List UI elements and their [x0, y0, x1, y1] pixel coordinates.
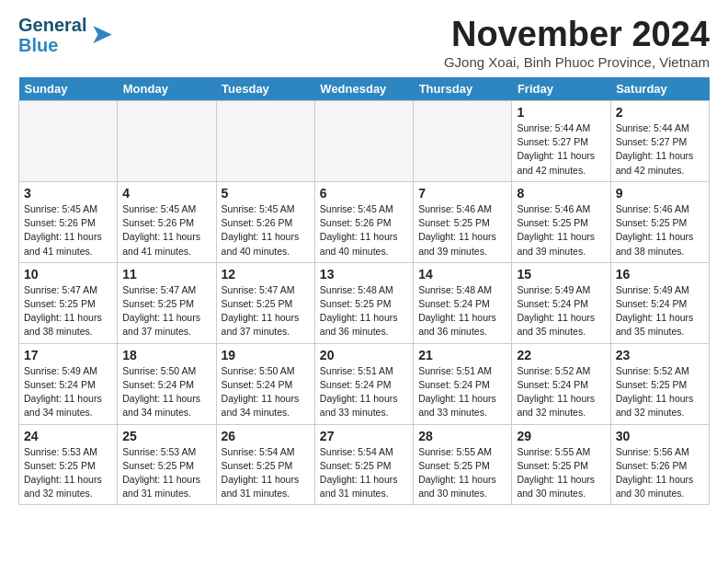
- day-info: Sunrise: 5:46 AM Sunset: 5:25 PM Dayligh…: [616, 202, 704, 259]
- day-number: 26: [222, 429, 310, 443]
- day-cell-7: 7Sunrise: 5:46 AM Sunset: 5:25 PM Daylig…: [414, 181, 512, 262]
- day-info: Sunrise: 5:48 AM Sunset: 5:25 PM Dayligh…: [320, 283, 408, 339]
- page: General Blue ➤ November 2024 GJong Xoai,…: [0, 0, 728, 520]
- day-info: Sunrise: 5:46 AM Sunset: 5:25 PM Dayligh…: [418, 202, 506, 259]
- day-info: Sunrise: 5:53 AM Sunset: 5:25 PM Dayligh…: [24, 445, 112, 501]
- day-cell-22: 22Sunrise: 5:52 AM Sunset: 5:24 PM Dayli…: [512, 343, 610, 424]
- day-info: Sunrise: 5:52 AM Sunset: 5:24 PM Dayligh…: [517, 364, 605, 420]
- day-cell-29: 29Sunrise: 5:55 AM Sunset: 5:25 PM Dayli…: [512, 424, 610, 505]
- week-row-3: 10Sunrise: 5:47 AM Sunset: 5:25 PM Dayli…: [19, 262, 710, 343]
- day-number: 3: [24, 186, 112, 201]
- day-cell-20: 20Sunrise: 5:51 AM Sunset: 5:24 PM Dayli…: [314, 343, 413, 424]
- week-row-2: 3Sunrise: 5:45 AM Sunset: 5:26 PM Daylig…: [19, 181, 710, 262]
- day-info: Sunrise: 5:45 AM Sunset: 5:26 PM Dayligh…: [222, 202, 310, 259]
- day-number: 16: [616, 267, 704, 282]
- day-info: Sunrise: 5:46 AM Sunset: 5:25 PM Dayligh…: [517, 202, 605, 259]
- day-number: 29: [517, 429, 605, 443]
- day-number: 15: [517, 267, 605, 282]
- day-info: Sunrise: 5:44 AM Sunset: 5:27 PM Dayligh…: [616, 121, 704, 178]
- calendar-table: SundayMondayTuesdayWednesdayThursdayFrid…: [18, 77, 710, 505]
- day-info: Sunrise: 5:45 AM Sunset: 5:26 PM Dayligh…: [320, 202, 408, 259]
- day-number: 6: [320, 186, 408, 201]
- day-cell-15: 15Sunrise: 5:49 AM Sunset: 5:24 PM Dayli…: [512, 262, 610, 343]
- day-info: Sunrise: 5:49 AM Sunset: 5:24 PM Dayligh…: [616, 283, 704, 339]
- day-number: 25: [122, 429, 210, 443]
- logo-line2: Blue: [18, 35, 86, 55]
- day-number: 17: [24, 348, 112, 362]
- day-number: 7: [418, 186, 506, 201]
- day-number: 23: [616, 348, 704, 362]
- day-number: 5: [222, 186, 310, 201]
- day-number: 13: [320, 267, 408, 282]
- day-info: Sunrise: 5:44 AM Sunset: 5:27 PM Dayligh…: [517, 121, 605, 178]
- day-info: Sunrise: 5:45 AM Sunset: 5:26 PM Dayligh…: [24, 202, 112, 259]
- col-header-thursday: Thursday: [414, 77, 512, 101]
- col-header-wednesday: Wednesday: [314, 77, 413, 101]
- col-header-saturday: Saturday: [610, 77, 709, 101]
- day-cell-14: 14Sunrise: 5:48 AM Sunset: 5:24 PM Dayli…: [414, 262, 512, 343]
- day-cell-10: 10Sunrise: 5:47 AM Sunset: 5:25 PM Dayli…: [19, 262, 118, 343]
- day-cell-27: 27Sunrise: 5:54 AM Sunset: 5:25 PM Dayli…: [314, 424, 413, 505]
- day-cell-12: 12Sunrise: 5:47 AM Sunset: 5:25 PM Dayli…: [216, 262, 314, 343]
- day-cell-16: 16Sunrise: 5:49 AM Sunset: 5:24 PM Dayli…: [610, 262, 709, 343]
- day-info: Sunrise: 5:50 AM Sunset: 5:24 PM Dayligh…: [122, 364, 210, 420]
- day-number: 8: [517, 186, 605, 201]
- week-row-1: 1Sunrise: 5:44 AM Sunset: 5:27 PM Daylig…: [19, 101, 710, 182]
- logo-bird-icon: ➤: [90, 17, 113, 50]
- day-number: 10: [24, 267, 112, 282]
- empty-cell: [414, 101, 512, 182]
- empty-cell: [19, 101, 118, 182]
- day-number: 22: [517, 348, 605, 362]
- empty-cell: [216, 101, 314, 182]
- day-info: Sunrise: 5:47 AM Sunset: 5:25 PM Dayligh…: [24, 283, 112, 339]
- empty-cell: [314, 101, 413, 182]
- day-number: 1: [517, 105, 605, 120]
- location-subtitle: GJong Xoai, Binh Phuoc Province, Vietnam: [444, 54, 710, 70]
- days-header-row: SundayMondayTuesdayWednesdayThursdayFrid…: [19, 77, 710, 101]
- day-number: 11: [122, 267, 210, 282]
- day-info: Sunrise: 5:48 AM Sunset: 5:24 PM Dayligh…: [418, 283, 506, 339]
- col-header-monday: Monday: [118, 77, 216, 101]
- day-info: Sunrise: 5:56 AM Sunset: 5:26 PM Dayligh…: [616, 445, 704, 501]
- day-info: Sunrise: 5:51 AM Sunset: 5:24 PM Dayligh…: [320, 364, 408, 420]
- day-info: Sunrise: 5:49 AM Sunset: 5:24 PM Dayligh…: [517, 283, 605, 339]
- day-cell-26: 26Sunrise: 5:54 AM Sunset: 5:25 PM Dayli…: [216, 424, 314, 505]
- day-cell-19: 19Sunrise: 5:50 AM Sunset: 5:24 PM Dayli…: [216, 343, 314, 424]
- day-info: Sunrise: 5:47 AM Sunset: 5:25 PM Dayligh…: [222, 283, 310, 339]
- day-cell-9: 9Sunrise: 5:46 AM Sunset: 5:25 PM Daylig…: [610, 181, 709, 262]
- week-row-5: 24Sunrise: 5:53 AM Sunset: 5:25 PM Dayli…: [19, 424, 710, 505]
- day-cell-28: 28Sunrise: 5:55 AM Sunset: 5:25 PM Dayli…: [414, 424, 512, 505]
- day-cell-18: 18Sunrise: 5:50 AM Sunset: 5:24 PM Dayli…: [118, 343, 216, 424]
- day-number: 2: [616, 105, 704, 120]
- day-number: 4: [122, 186, 210, 201]
- day-cell-24: 24Sunrise: 5:53 AM Sunset: 5:25 PM Dayli…: [19, 424, 118, 505]
- logo-text: General Blue ➤: [18, 15, 113, 55]
- day-cell-3: 3Sunrise: 5:45 AM Sunset: 5:26 PM Daylig…: [19, 181, 118, 262]
- day-cell-1: 1Sunrise: 5:44 AM Sunset: 5:27 PM Daylig…: [512, 101, 610, 182]
- day-cell-4: 4Sunrise: 5:45 AM Sunset: 5:26 PM Daylig…: [118, 181, 216, 262]
- day-cell-5: 5Sunrise: 5:45 AM Sunset: 5:26 PM Daylig…: [216, 181, 314, 262]
- day-number: 9: [616, 186, 704, 201]
- logo: General Blue ➤: [18, 15, 113, 55]
- day-cell-30: 30Sunrise: 5:56 AM Sunset: 5:26 PM Dayli…: [610, 424, 709, 505]
- day-cell-8: 8Sunrise: 5:46 AM Sunset: 5:25 PM Daylig…: [512, 181, 610, 262]
- day-number: 12: [222, 267, 310, 282]
- day-number: 18: [122, 348, 210, 362]
- day-info: Sunrise: 5:52 AM Sunset: 5:25 PM Dayligh…: [616, 364, 704, 420]
- day-cell-2: 2Sunrise: 5:44 AM Sunset: 5:27 PM Daylig…: [610, 101, 709, 182]
- day-number: 21: [418, 348, 506, 362]
- day-info: Sunrise: 5:49 AM Sunset: 5:24 PM Dayligh…: [24, 364, 112, 420]
- day-info: Sunrise: 5:51 AM Sunset: 5:24 PM Dayligh…: [418, 364, 506, 420]
- day-info: Sunrise: 5:55 AM Sunset: 5:25 PM Dayligh…: [517, 445, 605, 501]
- week-row-4: 17Sunrise: 5:49 AM Sunset: 5:24 PM Dayli…: [19, 343, 710, 424]
- col-header-sunday: Sunday: [19, 77, 118, 101]
- day-number: 19: [222, 348, 310, 362]
- day-cell-11: 11Sunrise: 5:47 AM Sunset: 5:25 PM Dayli…: [118, 262, 216, 343]
- day-cell-25: 25Sunrise: 5:53 AM Sunset: 5:25 PM Dayli…: [118, 424, 216, 505]
- day-number: 30: [616, 429, 704, 443]
- day-cell-23: 23Sunrise: 5:52 AM Sunset: 5:25 PM Dayli…: [610, 343, 709, 424]
- day-info: Sunrise: 5:50 AM Sunset: 5:24 PM Dayligh…: [222, 364, 310, 420]
- day-info: Sunrise: 5:54 AM Sunset: 5:25 PM Dayligh…: [222, 445, 310, 501]
- day-cell-6: 6Sunrise: 5:45 AM Sunset: 5:26 PM Daylig…: [314, 181, 413, 262]
- day-info: Sunrise: 5:45 AM Sunset: 5:26 PM Dayligh…: [122, 202, 210, 259]
